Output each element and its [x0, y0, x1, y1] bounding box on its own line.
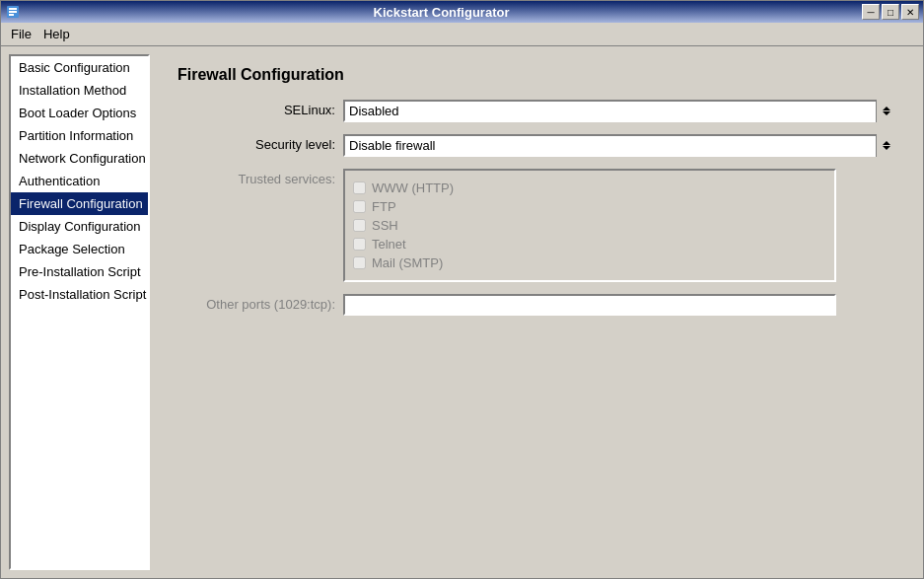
trusted-services-row: Trusted services: WWW (HTTP) FTP SSH — [178, 169, 895, 282]
sidebar-item-network-configuration[interactable]: Network Configuration — [11, 147, 148, 170]
checkbox-telnet: Telnet — [353, 235, 826, 253]
checkbox-www-label: WWW (HTTP) — [372, 181, 454, 195]
minimize-button[interactable]: ─ — [862, 4, 880, 20]
sidebar-item-firewall-configuration[interactable]: Firewall Configuration — [11, 192, 148, 215]
sidebar-item-authentication[interactable]: Authentication — [11, 170, 148, 192]
checkbox-ftp: FTP — [353, 197, 826, 216]
svg-rect-1 — [9, 8, 17, 10]
section-title: Firewall Configuration — [178, 66, 895, 84]
sidebar-item-installation-method[interactable]: Installation Method — [11, 79, 148, 102]
sidebar: Basic Configuration Installation Method … — [9, 54, 150, 570]
trusted-services-box: WWW (HTTP) FTP SSH Telnet — [343, 169, 836, 282]
sidebar-item-partition-information[interactable]: Partition Information — [11, 124, 148, 147]
security-level-row: Security level: Disable firewall Enable … — [178, 134, 895, 157]
menu-bar: File Help — [1, 23, 923, 46]
sidebar-item-pre-installation-script[interactable]: Pre-Installation Script — [11, 260, 148, 283]
title-bar: Kickstart Configurator ─ □ ✕ — [1, 1, 923, 23]
checkbox-telnet-label: Telnet — [372, 237, 406, 252]
checkbox-www: WWW (HTTP) — [353, 179, 826, 197]
security-level-select-wrapper: Disable firewall Enable firewall No fire… — [343, 134, 895, 157]
checkbox-ssh-label: SSH — [372, 218, 398, 233]
close-button[interactable]: ✕ — [901, 4, 919, 20]
other-ports-label: Other ports (1029:tcp): — [178, 294, 335, 312]
checkbox-smtp-label: Mail (SMTP) — [372, 255, 443, 270]
checkbox-ftp-label: FTP — [372, 199, 396, 214]
main-window: Kickstart Configurator ─ □ ✕ File Help B… — [0, 0, 924, 579]
checkbox-ftp-input[interactable] — [353, 200, 366, 213]
window-title: Kickstart Configurator — [21, 5, 862, 20]
selinux-label: SELinux: — [178, 100, 335, 117]
svg-rect-3 — [9, 14, 14, 16]
checkbox-www-input[interactable] — [353, 181, 366, 194]
selinux-select[interactable]: Disabled Enforcing Permissive — [343, 100, 895, 122]
menu-file[interactable]: File — [5, 25, 37, 43]
security-level-label: Security level: — [178, 134, 335, 152]
sidebar-item-display-configuration[interactable]: Display Configuration — [11, 215, 148, 238]
svg-rect-2 — [9, 11, 17, 13]
selinux-select-wrapper: Disabled Enforcing Permissive — [343, 100, 895, 122]
window-controls: ─ □ ✕ — [862, 4, 919, 20]
app-icon — [5, 4, 21, 20]
sidebar-item-post-installation-script[interactable]: Post-Installation Script — [11, 283, 148, 306]
other-ports-input[interactable] — [343, 294, 836, 316]
sidebar-item-basic-configuration[interactable]: Basic Configuration — [11, 56, 148, 79]
sidebar-item-boot-loader-options[interactable]: Boot Loader Options — [11, 102, 148, 124]
selinux-row: SELinux: Disabled Enforcing Permissive — [178, 100, 895, 122]
checkbox-smtp: Mail (SMTP) — [353, 253, 826, 272]
menu-help[interactable]: Help — [37, 25, 76, 43]
checkbox-ssh-input[interactable] — [353, 219, 366, 232]
security-level-select[interactable]: Disable firewall Enable firewall No fire… — [343, 134, 895, 157]
trusted-services-label: Trusted services: — [178, 169, 335, 186]
checkbox-ssh: SSH — [353, 216, 826, 235]
maximize-button[interactable]: □ — [882, 4, 899, 20]
checkbox-telnet-input[interactable] — [353, 238, 366, 251]
checkbox-smtp-input[interactable] — [353, 256, 366, 269]
main-content: Basic Configuration Installation Method … — [1, 46, 923, 578]
sidebar-item-package-selection[interactable]: Package Selection — [11, 238, 148, 260]
content-area: Firewall Configuration SELinux: Disabled… — [158, 54, 915, 570]
other-ports-row: Other ports (1029:tcp): — [178, 294, 895, 316]
